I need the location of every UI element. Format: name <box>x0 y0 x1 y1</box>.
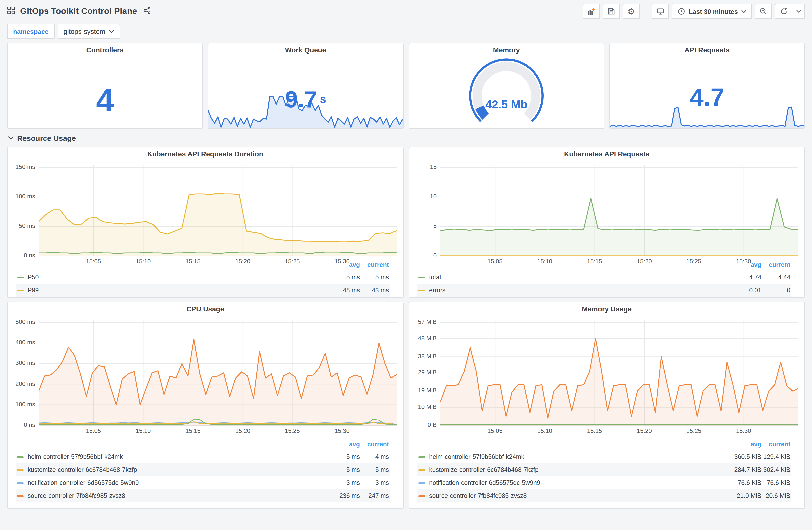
legend-row: P505 ms5 ms <box>15 271 390 284</box>
panel-title[interactable]: Kubernetes API Requests <box>409 147 804 161</box>
legend-series-name[interactable]: helm-controller-57f9b56bbf-k24mk <box>429 454 524 460</box>
chart-plot[interactable] <box>39 163 397 256</box>
legend-row: kustomize-controller-6c6784b468-7kzfp5 m… <box>15 463 390 476</box>
add-panel-icon <box>587 8 595 15</box>
y-axis-label: 300 ms <box>15 360 35 367</box>
chevron-down-icon <box>741 10 746 13</box>
legend-current-header[interactable]: current <box>360 262 389 268</box>
chart-plot[interactable] <box>440 319 798 426</box>
legend-current-value: 5 ms <box>360 467 389 473</box>
legend-avg-header[interactable]: avg <box>701 262 762 268</box>
stats-row: Controllers 4 Work Queue 9.7 s Memory 42… <box>7 43 805 129</box>
y-axis-label: 100 ms <box>15 193 35 200</box>
legend-series-name[interactable]: source-controller-7fb84fc985-zvsz8 <box>28 492 125 500</box>
legend-avg-value: 76.6 KiB <box>701 480 762 486</box>
legend-current-value: 43 ms <box>360 287 389 294</box>
series-color-swatch <box>16 290 24 291</box>
legend-series-name[interactable]: kustomize-controller-6c6784b468-7kzfp <box>28 467 137 473</box>
time-range-picker[interactable]: Last 30 minutes <box>672 4 752 19</box>
panel-title[interactable]: Controllers <box>8 44 202 57</box>
legend-series-name[interactable]: errors <box>429 287 445 294</box>
x-axis-label: 15:10 <box>135 427 150 435</box>
y-axis: 150 ms100 ms50 ms0 ns <box>11 163 39 256</box>
panel-title[interactable]: Memory <box>409 44 604 57</box>
legend-current-value: 302.4 KiB <box>762 467 791 473</box>
refresh-interval-dropdown[interactable] <box>792 4 805 19</box>
series-color-swatch <box>16 482 24 484</box>
x-axis: 15:0515:1015:1515:2015:2515:30 <box>440 427 798 437</box>
legend-row: helm-controller-57f9b56bbf-k24mk5 ms4 ms <box>15 451 390 463</box>
legend-series-name[interactable]: P50 <box>28 274 39 281</box>
legend-current-header[interactable]: current <box>360 441 389 448</box>
legend-current-header[interactable]: current <box>762 262 791 268</box>
x-axis-label: 15:05 <box>86 258 101 265</box>
legend: avgcurrentP505 ms5 msP9948 ms43 ms <box>15 259 390 297</box>
cycle-view-mode-button[interactable] <box>652 4 669 19</box>
legend-row: source-controller-7fb84fc985-zvsz821.0 M… <box>417 489 792 502</box>
legend: avgcurrenttotal4.744.44errors0.010 <box>417 259 792 297</box>
x-axis-label: 15:05 <box>487 427 502 435</box>
y-axis-label: 0 ns <box>24 252 35 259</box>
x-axis-label: 15:30 <box>736 427 751 435</box>
y-axis-label: 50 ms <box>19 222 35 230</box>
series-color-swatch <box>16 495 24 497</box>
x-axis-label: 15:20 <box>235 258 250 265</box>
y-axis-label: 0 ns <box>24 422 35 428</box>
legend-avg-value: 236 ms <box>300 492 360 500</box>
legend-current-value: 76.6 KiB <box>762 480 791 486</box>
legend-avg-header[interactable]: avg <box>300 441 360 448</box>
legend-avg-header[interactable]: avg <box>701 441 762 448</box>
zoom-out-icon <box>759 8 767 15</box>
series-color-swatch <box>418 469 425 471</box>
panel-title[interactable]: Kubernetes API Requests Duration <box>8 147 403 161</box>
dashboard-grid-icon[interactable] <box>7 6 15 16</box>
controllers-value: 4 <box>96 82 114 119</box>
template-variables-row: namespace gitops-system <box>7 24 805 39</box>
panel-title[interactable]: Work Queue <box>208 44 403 57</box>
legend-series-name[interactable]: helm-controller-57f9b56bbf-k24mk <box>28 454 123 460</box>
share-icon[interactable] <box>143 6 151 16</box>
series-color-swatch <box>16 469 24 471</box>
legend-avg-value: 5 ms <box>300 454 360 460</box>
y-axis-label: 100 ms <box>15 401 35 408</box>
graphs-row-2: CPU Usage 500 ms400 ms300 ms200 ms100 ms… <box>7 302 805 509</box>
legend-row: helm-controller-57f9b56bbf-k24mk360.5 Ki… <box>417 451 792 463</box>
panel-controllers: Controllers 4 <box>7 43 203 129</box>
legend-avg-header[interactable]: avg <box>300 262 360 268</box>
work-queue-value: 9.7 <box>285 86 317 113</box>
legend-series-name[interactable]: kustomize-controller-6c6784b468-7kzfp <box>429 467 539 473</box>
zoom-out-time-button[interactable] <box>755 4 772 19</box>
work-queue-unit: s <box>320 93 326 106</box>
legend-series-name[interactable]: total <box>429 274 441 281</box>
panel-title[interactable]: Memory Usage <box>409 303 804 315</box>
variable-value-label: gitops-system <box>63 28 105 35</box>
x-axis-label: 15:20 <box>637 258 652 265</box>
legend-current-header[interactable]: current <box>762 441 791 448</box>
panel-title[interactable]: CPU Usage <box>8 303 403 315</box>
legend-avg-value: 4.74 <box>701 274 762 281</box>
legend-series-name[interactable]: P99 <box>28 287 39 294</box>
series-color-swatch <box>418 495 425 497</box>
refresh-dashboard-button[interactable] <box>775 4 792 19</box>
dashboard-title: GitOps Toolkit Control Plane <box>20 6 137 16</box>
variable-label-namespace: namespace <box>7 24 55 39</box>
x-axis-label: 15:05 <box>86 427 101 435</box>
row-header-resource-usage[interactable]: Resource Usage <box>8 130 805 146</box>
chart-plot[interactable] <box>440 163 798 256</box>
y-axis: 500 ms400 ms300 ms200 ms100 ms0 ns <box>11 319 39 426</box>
legend-header: avgcurrent <box>15 259 390 271</box>
legend-row: notification-controller-6d56575dc-5w9n93… <box>15 476 390 489</box>
legend-series-name[interactable]: notification-controller-6d56575dc-5w9n9 <box>28 480 139 486</box>
x-axis-label: 15:15 <box>186 427 201 435</box>
x-axis-label: 15:10 <box>135 258 150 265</box>
legend-series-name[interactable]: source-controller-7fb84fc985-zvsz8 <box>429 492 526 500</box>
save-dashboard-button[interactable] <box>603 4 620 19</box>
variable-value-dropdown[interactable]: gitops-system <box>58 24 120 39</box>
dashboard-settings-button[interactable]: ⚙ <box>623 4 640 19</box>
x-axis-label: 15:05 <box>487 258 502 265</box>
legend-avg-value: 48 ms <box>300 287 360 294</box>
legend-series-name[interactable]: notification-controller-6d56575dc-5w9n9 <box>429 480 540 486</box>
add-panel-button[interactable] <box>583 4 600 19</box>
panel-title[interactable]: API Requests <box>610 44 805 57</box>
chart-plot[interactable] <box>39 319 397 426</box>
